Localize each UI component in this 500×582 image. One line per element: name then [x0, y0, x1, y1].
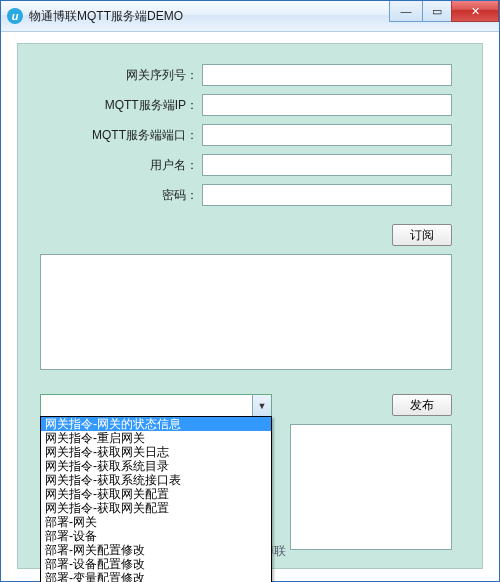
dropdown-option[interactable]: 网关指令-网关的状态信息	[41, 417, 271, 431]
dropdown-option[interactable]: 网关指令-获取系统接口表	[41, 473, 271, 487]
password-input[interactable]	[202, 184, 452, 206]
client-area: 网关序列号： MQTT服务端IP： MQTT服务端端口： 用户名： 密码： 订阅	[9, 39, 491, 573]
username-label: 用户名：	[48, 157, 202, 174]
server-port-label: MQTT服务端端口：	[48, 127, 202, 144]
combobox-arrow-icon[interactable]: ▼	[252, 395, 271, 417]
server-ip-input[interactable]	[202, 94, 452, 116]
dropdown-option[interactable]: 网关指令-获取系统目录	[41, 459, 271, 473]
minimize-button[interactable]: —	[389, 1, 423, 22]
command-combobox-input[interactable]	[41, 397, 252, 415]
subscribe-log-textarea[interactable]	[40, 254, 452, 370]
window-title: 物通博联MQTT服务端DEMO	[29, 8, 183, 25]
gateway-sn-label: 网关序列号：	[48, 67, 202, 84]
command-dropdown-list[interactable]: 网关指令-网关的状态信息网关指令-重启网关网关指令-获取网关日志网关指令-获取系…	[40, 416, 272, 582]
close-button[interactable]: ✕	[451, 1, 499, 22]
dropdown-option[interactable]: 部署-设备	[41, 529, 271, 543]
subscribe-button[interactable]: 订阅	[392, 224, 452, 246]
dropdown-option[interactable]: 部署-变量配置修改	[41, 571, 271, 582]
username-input[interactable]	[202, 154, 452, 176]
publish-button[interactable]: 发布	[392, 394, 452, 416]
titlebar: u 物通博联MQTT服务端DEMO — ▭ ✕	[1, 1, 499, 32]
dropdown-option[interactable]: 网关指令-重启网关	[41, 431, 271, 445]
command-combobox[interactable]: ▼	[40, 394, 272, 418]
app-icon: u	[7, 8, 23, 24]
dropdown-option[interactable]: 部署-网关	[41, 515, 271, 529]
server-ip-label: MQTT服务端IP：	[48, 97, 202, 114]
app-window: u 物通博联MQTT服务端DEMO — ▭ ✕ 网关序列号： MQTT服务端IP…	[0, 0, 500, 582]
dropdown-option[interactable]: 部署-网关配置修改	[41, 543, 271, 557]
server-port-input[interactable]	[202, 124, 452, 146]
main-panel: 网关序列号： MQTT服务端IP： MQTT服务端端口： 用户名： 密码： 订阅	[17, 43, 483, 569]
dropdown-option[interactable]: 网关指令-获取网关日志	[41, 445, 271, 459]
dropdown-option[interactable]: 部署-设备配置修改	[41, 557, 271, 571]
dropdown-option[interactable]: 网关指令-获取网关配置	[41, 501, 271, 515]
dropdown-option[interactable]: 网关指令-获取网关配置	[41, 487, 271, 501]
gateway-sn-input[interactable]	[202, 64, 452, 86]
maximize-button[interactable]: ▭	[422, 1, 452, 22]
publish-textarea[interactable]	[290, 424, 452, 550]
window-buttons: — ▭ ✕	[389, 1, 499, 22]
password-label: 密码：	[48, 187, 202, 204]
